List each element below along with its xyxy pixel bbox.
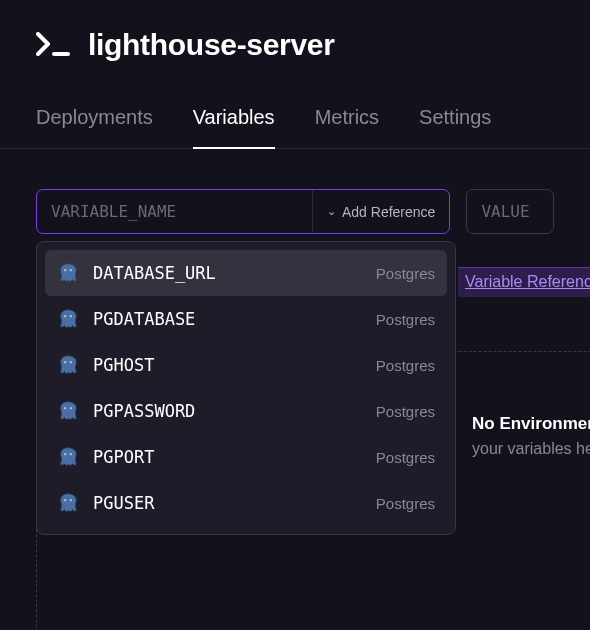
variable-references-link[interactable]: Variable References — [465, 273, 590, 291]
dropdown-item[interactable]: PGUSERPostgres — [45, 480, 447, 526]
value-input-wrapper — [466, 189, 554, 234]
add-reference-button[interactable]: ⌄ Add Reference — [312, 190, 449, 233]
postgres-icon — [57, 446, 79, 468]
variable-name-wrapper: ⌄ Add Reference — [36, 189, 450, 234]
terminal-icon — [36, 32, 70, 58]
tab-settings[interactable]: Settings — [419, 106, 491, 148]
postgres-icon — [57, 308, 79, 330]
dropdown-item-name: PGHOST — [93, 355, 362, 375]
add-reference-label: Add Reference — [342, 204, 435, 220]
value-input[interactable] — [467, 190, 553, 233]
postgres-icon — [57, 400, 79, 422]
dropdown-item-source: Postgres — [376, 265, 435, 282]
dropdown-item-name: PGPORT — [93, 447, 362, 467]
tab-variables[interactable]: Variables — [193, 106, 275, 149]
dropdown-item-source: Postgres — [376, 311, 435, 328]
tab-deployments[interactable]: Deployments — [36, 106, 153, 148]
dropdown-item-source: Postgres — [376, 495, 435, 512]
dropdown-item[interactable]: PGHOSTPostgres — [45, 342, 447, 388]
postgres-icon — [57, 492, 79, 514]
page-header: lighthouse-server — [0, 0, 590, 62]
dropdown-item[interactable]: PGPORTPostgres — [45, 434, 447, 480]
dropdown-item[interactable]: DATABASE_URLPostgres — [45, 250, 447, 296]
dropdown-item[interactable]: PGPASSWORDPostgres — [45, 388, 447, 434]
dropdown-item-name: PGUSER — [93, 493, 362, 513]
empty-state-subtitle: your variables here — [472, 440, 590, 458]
reference-dropdown: DATABASE_URLPostgresPGDATABASEPostgresPG… — [36, 241, 456, 535]
dropdown-item[interactable]: PGDATABASEPostgres — [45, 296, 447, 342]
dropdown-item-source: Postgres — [376, 403, 435, 420]
empty-state: No Environment Variables your variables … — [472, 414, 590, 458]
tabs: Deployments Variables Metrics Settings — [0, 62, 590, 149]
dropdown-item-source: Postgres — [376, 357, 435, 374]
dropdown-item-name: PGDATABASE — [93, 309, 362, 329]
variable-name-input[interactable] — [37, 190, 312, 233]
empty-state-title: No Environment Variables — [472, 414, 590, 434]
dropdown-item-name: PGPASSWORD — [93, 401, 362, 421]
input-row: ⌄ Add Reference — [36, 189, 554, 234]
chevron-down-icon: ⌄ — [327, 205, 336, 218]
dropdown-item-name: DATABASE_URL — [93, 263, 362, 283]
page-title: lighthouse-server — [88, 28, 335, 62]
content-area: ⌄ Add Reference Variable References No E… — [0, 149, 590, 274]
tab-metrics[interactable]: Metrics — [315, 106, 379, 148]
postgres-icon — [57, 262, 79, 284]
postgres-icon — [57, 354, 79, 376]
dropdown-item-source: Postgres — [376, 449, 435, 466]
